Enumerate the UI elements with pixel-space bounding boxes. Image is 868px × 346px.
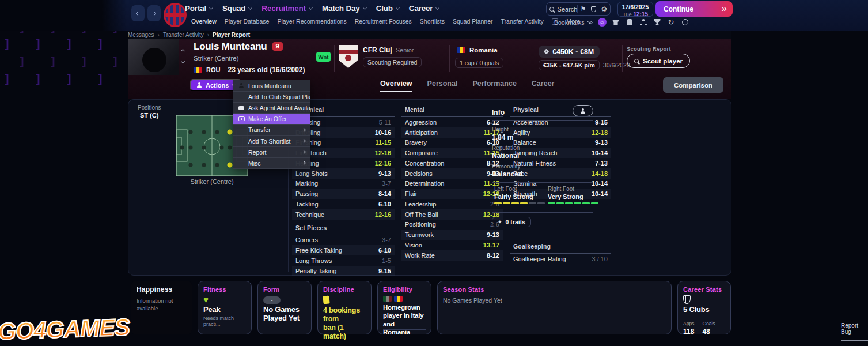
traits-chip[interactable]: ✦0 traits [492,217,531,227]
menu-item-add-to-club-squad-planner[interactable]: Add To Club Squad Planner [233,91,310,102]
previous-player-chevron[interactable] [181,49,185,53]
kit-shirt-icon[interactable] [612,18,620,27]
scouting-report-label: Scouting Report [627,46,671,52]
subnav-overview[interactable]: Overview [191,18,217,25]
history-forward-button[interactable] [147,5,161,21]
subnav-shortlists[interactable]: Shortlists [420,18,445,25]
attribute-value: 8-14 [378,190,391,197]
subnav-player-database[interactable]: Player Database [225,18,270,25]
refresh-icon[interactable]: ↻ [667,18,676,27]
subnav-transfer-activity[interactable]: Transfer Activity [501,18,544,25]
subnav-recruitment-focuses[interactable]: Recruitment Focuses [355,18,412,25]
shield-icon[interactable] [589,3,598,15]
price-tag-icon [544,49,549,55]
offer-money-icon [238,116,245,121]
attribute-label: Anticipation [405,129,438,136]
menu-item-misc[interactable]: Misc [233,157,310,168]
settings-gear-icon[interactable]: ⚙ [598,3,610,15]
bookmarks-label[interactable]: Bookmarks [554,19,585,26]
tab-career[interactable]: Career [532,80,555,92]
menu-item-report[interactable]: Report [233,146,310,157]
eligibility-card[interactable]: Eligibility Homegrownplayer in Italy and… [377,281,431,334]
transfer-value[interactable]: €450K - €8M [539,46,600,58]
search-icon [547,3,558,15]
fitness-card[interactable]: Fitness ♥ Peak Needs match practi... [198,281,252,334]
wage-demand[interactable]: €35K - €47.5K p/m [539,60,600,70]
social-feed-icon[interactable]: ☺ [598,18,607,27]
notes-flag-icon[interactable]: ⚑ [578,3,589,15]
discipline-card[interactable]: Discipline 4 bookings fromban (1 match) [317,281,372,334]
person-icon [238,83,244,88]
position-caption: Striker (Centre) [164,178,260,185]
history-back-button[interactable] [131,5,145,21]
shirt-number-badge: 9 [272,42,283,51]
attribute-row[interactable]: Marking 3-7 [292,179,395,189]
attribute-row[interactable]: Tackling 6-10 [292,199,395,209]
manager-club-crest[interactable] [164,3,187,27]
global-search[interactable]: Search ⚑ ⚙ [546,2,611,16]
menu-item-ask-agent[interactable]: Ask Agent About Availability [233,102,310,113]
menu-item-player[interactable]: Louis Munteanu [233,80,310,91]
nation-name[interactable]: Romania [469,47,498,54]
attribute-row[interactable]: Long Shots 9-13 [292,168,395,179]
attribute-row[interactable]: Passing 8-14 [292,189,395,199]
fitness-subtext: Needs match practi... [203,315,246,327]
career-stats-card[interactable]: Career Stats 5 Clubs Apps118 Goals48 [677,281,731,334]
attribute-value: 9-13 [378,170,391,177]
cfr-cluj-crest[interactable] [339,45,358,68]
nav-recruitment[interactable]: Recruitment [261,4,312,13]
breadcrumb-transfer-activity[interactable]: Transfer Activity [163,32,204,38]
form-card[interactable]: Form - No GamesPlayed Yet [257,281,312,334]
trophy-icon[interactable] [653,18,662,27]
attribute-value: 6-10 [378,201,391,208]
menu-item-make-an-offer[interactable]: Make An Offer [233,113,310,124]
subnav-squad-planner[interactable]: Squad Planner [453,18,492,25]
card-file-icon[interactable] [626,18,634,27]
network-share-icon[interactable] [639,18,648,27]
season-stats-card[interactable]: Season Stats No Games Played Yet [437,281,672,334]
tab-performance[interactable]: Performance [472,80,516,92]
search-icon [634,59,639,63]
chevron-down-icon [209,5,213,9]
eligibility-title: Eligibility [383,286,426,293]
attribute-row[interactable]: Long Throws 1-5 [292,255,395,266]
menu-item-add-to-shortlist[interactable]: Add To Shortlist [233,135,310,146]
player-overview-panel: Positions ST (C) [128,99,731,276]
nav-portal[interactable]: Portal [185,4,213,13]
attribute-value: 3-7 [382,180,391,187]
scouting-knowledge-button[interactable] [573,105,593,116]
attribute-row[interactable]: Corners 3-7 [292,235,395,246]
wanted-status-badge[interactable]: Wnt [316,52,331,62]
position-tag[interactable]: ST (C) [140,112,158,119]
sparkle-icon: ✦ [498,219,502,225]
continue-button[interactable]: Continue » [655,1,733,17]
breadcrumb-messages[interactable]: Messages [128,32,154,38]
menu-item-transfer[interactable]: Transfer [233,124,310,135]
subnav-player-recommendations[interactable]: Player Recommendations [277,18,346,25]
tab-personal[interactable]: Personal [427,80,458,92]
nav-career[interactable]: Career [409,4,439,13]
attribute-row[interactable]: Technique 12-16 [292,209,395,220]
report-bug-link[interactable]: Report Bug [841,322,868,341]
game-date[interactable]: 17/6/2025 Tue 12:15 [617,2,653,17]
height-value: 1.84 m [492,133,513,141]
scouting-status[interactable]: Scouting Required [363,57,422,67]
caps-goals[interactable]: 1 cap / 0 goals [455,58,503,68]
attribute-row[interactable]: Penalty Taking 9-15 [292,266,395,276]
comparison-button[interactable]: Comparison [663,77,723,93]
attribute-value: 12-16 [375,211,391,218]
clock-icon[interactable] [681,18,689,27]
attribute-row[interactable]: Free Kick Taking 6-10 [292,245,395,255]
club-name[interactable]: CFR Cluj [363,46,392,54]
tab-overview[interactable]: Overview [380,80,412,92]
attribute-value: 11-15 [375,139,391,146]
happiness-card[interactable]: Happiness Information notavailable [131,281,192,334]
nav-club[interactable]: Club [376,4,399,13]
nav-match-day[interactable]: Match Day [322,4,366,13]
fitness-heart-icon: ♥ [203,295,246,304]
next-player-chevron[interactable] [181,59,185,63]
nav-squad[interactable]: Squad [222,4,252,13]
right-foot-value: Very Strong [548,193,583,200]
left-foot-label: Left Foot [494,186,517,192]
scout-player-button[interactable]: Scout player [627,54,690,68]
